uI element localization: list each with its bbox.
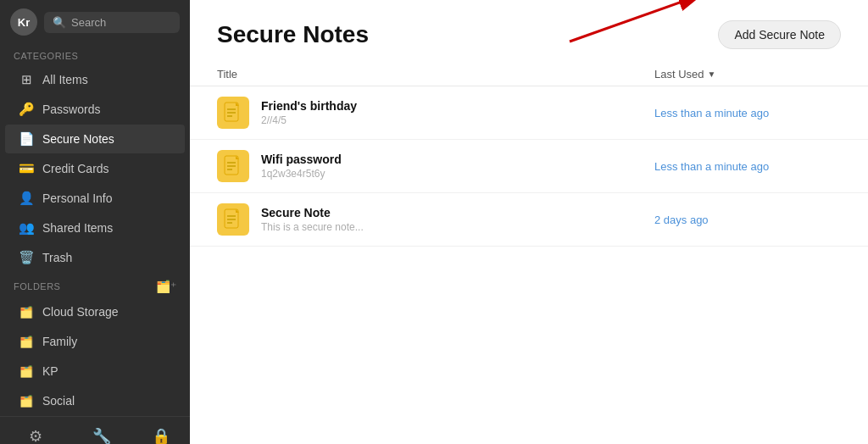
note-name-secure-note: Secure Note [261,206,654,219]
categories-label: Categories [0,44,190,64]
add-secure-note-button[interactable]: Add Secure Note [718,20,841,49]
credit-cards-icon: 💳 [19,161,34,176]
passwords-icon: 🔑 [19,102,34,117]
sidebar-folder-cloud-storage[interactable]: 🗂️ Cloud Storage [5,297,185,326]
note-last-used-friends-birthday: Less than a minute ago [654,107,841,119]
settings-icon: ⚙ [29,427,42,444]
kp-folder-icon: 🗂️ [19,364,34,379]
note-last-used-wifi-password: Less than a minute ago [654,160,841,173]
folders-header: Folders 🗂️⁺ [0,273,190,297]
sidebar: Kr 🔍 Search Categories ⊞ All Items 🔑 Pas… [0,0,190,444]
tools-nav-item[interactable]: 🔧 Tools [81,424,123,444]
sidebar-folder-family[interactable]: 🗂️ Family [5,327,185,356]
col-last-used-header[interactable]: Last Used ▼ [654,68,841,80]
all-items-icon: ⊞ [19,72,34,87]
main-content: Secure Notes Add Secure Note Title Last … [190,0,868,444]
trash-label: Trash [42,251,72,264]
note-row-wifi-password[interactable]: Wifi password 1q2w3e4r5t6y Less than a m… [190,140,868,193]
secure-notes-label: Secure Notes [42,132,114,146]
shared-items-icon: 👥 [19,220,34,236]
table-header: Title Last Used ▼ [190,63,868,86]
sidebar-item-credit-cards[interactable]: 💳 Credit Cards [5,154,185,183]
sidebar-item-shared-items[interactable]: 👥 Shared Items [5,214,185,242]
lock-nav-item[interactable]: 🔒 Lock [141,424,181,444]
tools-icon: 🔧 [92,427,111,444]
sidebar-top: Kr 🔍 Search [0,0,190,44]
sidebar-bottom-nav: ⚙ Settings 🔧 Tools 🔒 Lock [0,416,190,444]
note-row-secure-note[interactable]: Secure Note This is a secure note... 2 d… [190,193,868,247]
cloud-storage-folder-icon: 🗂️ [19,304,34,319]
note-preview-wifi-password: 1q2w3e4r5t6y [261,168,654,180]
search-icon: 🔍 [53,16,66,29]
folders-label: Folders [14,281,60,291]
social-folder-icon: 🗂️ [19,393,34,408]
sidebar-item-passwords[interactable]: 🔑 Passwords [5,95,185,124]
note-icon-secure-note [217,203,249,236]
lock-icon: 🔒 [152,427,170,444]
note-info-friends-birthday: Friend's birthday 2//4/5 [261,99,654,126]
sidebar-folder-social[interactable]: 🗂️ Social [5,386,185,415]
personal-info-icon: 👤 [19,191,34,206]
col-title-header: Title [217,68,654,80]
note-icon-wifi-password [217,150,249,182]
sidebar-items: ⊞ All Items 🔑 Passwords 📄 Secure Notes 💳… [0,64,190,273]
add-folder-icon[interactable]: 🗂️⁺ [156,280,176,293]
svg-line-1 [570,0,701,42]
search-bar[interactable]: 🔍 Search [44,12,180,33]
note-preview-secure-note: This is a secure note... [261,221,654,233]
sidebar-item-trash[interactable]: 🗑️ Trash [5,243,185,272]
avatar[interactable]: Kr [10,8,37,36]
shared-items-label: Shared Items [42,221,113,235]
passwords-label: Passwords [42,103,100,116]
page-title: Secure Notes [217,21,369,48]
personal-info-label: Personal Info [42,191,113,205]
note-last-used-secure-note: 2 days ago [654,214,841,226]
sort-icon: ▼ [708,69,716,79]
kp-folder-label: KP [42,364,58,378]
settings-nav-item[interactable]: ⚙ Settings [9,424,64,444]
note-name-friends-birthday: Friend's birthday [261,99,654,113]
note-preview-friends-birthday: 2//4/5 [261,114,654,126]
notes-list: Friend's birthday 2//4/5 Less than a min… [190,86,868,444]
secure-notes-icon: 📄 [19,131,34,147]
note-info-secure-note: Secure Note This is a secure note... [261,206,654,233]
note-row-friends-birthday[interactable]: Friend's birthday 2//4/5 Less than a min… [190,86,868,140]
cloud-storage-folder-label: Cloud Storage [42,305,119,319]
main-header: Secure Notes Add Secure Note [190,0,868,63]
credit-cards-label: Credit Cards [42,162,109,175]
family-folder-icon: 🗂️ [19,334,34,349]
sidebar-folder-kp[interactable]: 🗂️ KP [5,357,185,386]
family-folder-label: Family [42,335,77,348]
sidebar-item-all-items[interactable]: ⊞ All Items [5,65,185,94]
trash-icon: 🗑️ [19,250,34,265]
sidebar-item-personal-info[interactable]: 👤 Personal Info [5,184,185,213]
note-info-wifi-password: Wifi password 1q2w3e4r5t6y [261,153,654,180]
sidebar-folders: 🗂️ Cloud Storage 🗂️ Family 🗂️ KP 🗂️ Soci… [0,297,190,416]
social-folder-label: Social [42,394,75,408]
all-items-label: All Items [42,73,88,86]
note-name-wifi-password: Wifi password [261,153,654,166]
sidebar-item-secure-notes[interactable]: 📄 Secure Notes [5,125,185,153]
note-icon-friends-birthday [217,97,249,129]
search-label: Search [71,16,106,29]
arrow-annotation [561,0,731,50]
